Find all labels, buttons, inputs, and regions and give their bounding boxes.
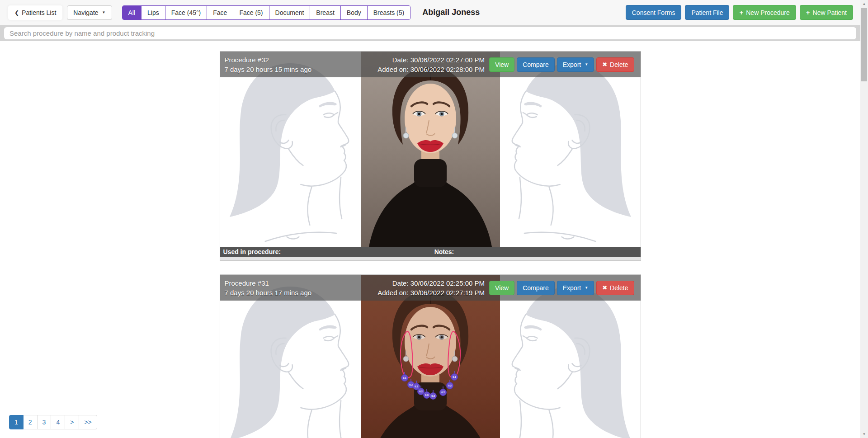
view-button[interactable]: View [489,281,514,295]
page-4[interactable]: 4 [51,415,65,429]
silhouette-placeholder-left [220,52,361,247]
date-value: 30/06/2022 02:25:00 PM [410,279,485,287]
svg-text:0.1: 0.1 [453,376,456,378]
navigate-dropdown[interactable]: Navigate ▼ [67,5,112,20]
procedure-title: Procedure #32 [225,56,312,64]
svg-text:0.3: 0.3 [415,385,418,388]
procedure-info-bar: Used in procedure: Notes: [220,247,641,257]
tab-all[interactable]: All [123,6,142,19]
top-navbar: ❮ Patients List Navigate ▼ All Lips Face… [0,0,860,25]
svg-text:0.3: 0.3 [409,383,413,386]
procedure-age: 7 days 20 hours 15 mins ago [225,66,312,73]
tab-body[interactable]: Body [340,6,367,19]
patient-file-button[interactable]: Patient File [685,5,729,20]
navigate-label: Navigate [73,9,98,16]
procedure-images [220,52,641,247]
plus-icon: + [806,9,810,16]
procedure-photo[interactable] [361,52,500,247]
silhouette-placeholder-right [500,52,641,247]
card-action-buttons: View Compare Export ▼ ✖ Delete [489,281,634,295]
new-procedure-button[interactable]: + New Procedure [733,5,796,20]
procedure-added-on: Added on: 30/06/2022 02:28:00 PM [377,66,485,73]
navbar-actions: Consent Forms Patient File + New Procedu… [626,5,853,20]
tab-lips[interactable]: Lips [141,6,165,19]
search-input[interactable] [4,27,856,39]
date-value: 30/06/2022 02:27:00 PM [410,56,485,64]
card-action-buttons: View Compare Export ▼ ✖ Delete [489,57,634,72]
consent-forms-button[interactable]: Consent Forms [626,5,682,20]
procedure-title: Procedure #31 [225,279,312,287]
procedure-card-32: Procedure #32 7 days 20 hours 15 mins ag… [220,51,641,261]
delete-x-icon: ✖ [602,284,607,291]
back-chevron-icon: ❮ [14,9,19,16]
scroll-up-arrow-icon[interactable]: ▲ [860,0,868,8]
patients-list-button[interactable]: ❮ Patients List [8,5,62,20]
compare-label: Compare [523,284,549,292]
page-last[interactable]: >> [79,415,97,429]
export-dropdown-button[interactable]: Export ▼ [557,281,594,295]
patient-name: Abigail Joness [422,8,480,17]
card-bottom-strip [220,257,641,260]
compare-button[interactable]: Compare [517,57,555,72]
consent-forms-label: Consent Forms [632,9,675,16]
delete-button[interactable]: ✖ Delete [596,57,634,72]
procedure-card-header: Procedure #31 7 days 20 hours 17 mins ag… [220,275,641,301]
compare-button[interactable]: Compare [517,281,555,295]
delete-button[interactable]: ✖ Delete [596,281,634,295]
delete-label: Delete [610,61,628,68]
procedure-card-31: Procedure #31 7 days 20 hours 17 mins ag… [220,274,641,438]
chevron-down-icon: ▼ [585,286,588,290]
export-dropdown-button[interactable]: Export ▼ [557,57,594,72]
scrollbar-thumb[interactable] [861,8,867,81]
added-on-label: Added on: [377,66,408,73]
filter-tabs: All Lips Face (45°) Face Face (5) Docume… [122,5,411,20]
chevron-down-icon: ▼ [102,10,106,14]
search-row [0,25,860,41]
added-on-value: 30/06/2022 02:28:00 PM [410,66,485,73]
procedure-date: Date: 30/06/2022 02:27:00 PM [377,56,485,64]
page-next[interactable]: > [65,415,79,429]
date-label: Date: [392,279,409,287]
page-2[interactable]: 2 [24,415,38,429]
date-label: Date: [392,56,409,64]
export-label: Export [563,284,581,292]
view-label: View [495,61,509,68]
patients-list-label: Patients List [22,9,56,16]
tab-breast[interactable]: Breast [310,6,340,19]
procedure-card-header: Procedure #32 7 days 20 hours 15 mins ag… [220,52,641,77]
procedure-date: Date: 30/06/2022 02:25:00 PM [377,279,485,287]
new-patient-button[interactable]: + New Patient [800,5,853,20]
tab-face-5[interactable]: Face (5) [233,6,269,19]
svg-text:0.3: 0.3 [425,394,429,396]
vertical-scrollbar: ▲ ▼ [860,0,868,438]
app-page: ❮ Patients List Navigate ▼ All Lips Face… [0,0,860,438]
tab-face[interactable]: Face [207,6,233,19]
page-1[interactable]: 1 [9,415,24,429]
compare-label: Compare [523,61,549,68]
page-3[interactable]: 3 [38,415,52,429]
patient-file-label: Patient File [691,9,723,16]
chevron-down-icon: ▼ [585,62,588,66]
new-patient-label: New Patient [813,9,847,16]
notes-label: Notes: [434,248,454,255]
svg-text:0.3: 0.3 [431,395,435,397]
used-in-procedure-label: Used in procedure: [223,248,434,255]
tab-document[interactable]: Document [269,6,310,19]
svg-text:0.2: 0.2 [419,390,423,393]
view-button[interactable]: View [489,57,514,72]
svg-text:0.2: 0.2 [448,384,452,387]
procedure-list: Procedure #32 7 days 20 hours 15 mins ag… [0,41,860,438]
delete-x-icon: ✖ [602,61,607,68]
view-label: View [495,284,509,292]
tab-face-45[interactable]: Face (45°) [165,6,207,19]
added-on-value: 30/06/2022 02:27:19 PM [410,289,485,297]
delete-label: Delete [610,284,628,292]
tab-breasts-5[interactable]: Breasts (5) [367,6,410,19]
export-label: Export [563,61,581,68]
svg-text:0.2: 0.2 [441,391,445,394]
scroll-down-arrow-icon[interactable]: ▼ [860,430,868,438]
procedure-added-on: Added on: 30/06/2022 02:27:19 PM [377,289,485,297]
pagination: 1 2 3 4 > >> [9,415,97,429]
plus-icon: + [739,9,743,16]
svg-text:0.1: 0.1 [403,377,406,379]
